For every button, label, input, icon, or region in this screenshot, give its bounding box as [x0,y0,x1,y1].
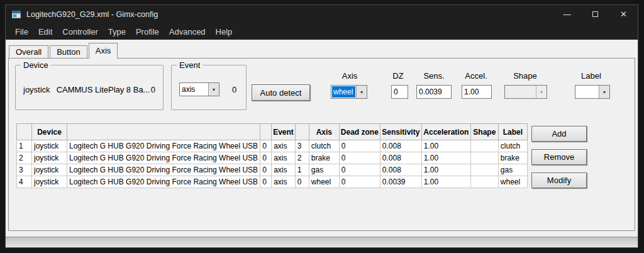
table-cell[interactable]: axis [272,152,296,164]
remove-button[interactable]: Remove [531,149,587,165]
table-cell[interactable]: axis [272,140,296,152]
menu-item-controller[interactable]: Controller [57,25,103,39]
table-cell[interactable]: 0 [260,140,272,152]
tab-axis[interactable]: Axis [89,43,118,59]
sens-input[interactable] [416,85,452,99]
column-header[interactable]: Label [498,124,527,140]
column-header[interactable]: Shape [470,124,498,140]
table-cell[interactable]: 0 [339,140,380,152]
axis-dropdown[interactable]: wheel ▼ [331,85,367,99]
table-cell[interactable]: Logitech G HUB G920 Driving Force Racing… [67,176,260,188]
table-cell[interactable]: 0 [260,152,272,164]
column-header[interactable] [17,124,32,140]
table-cell[interactable]: gas [309,164,339,176]
table-cell[interactable]: 0.008 [380,152,421,164]
table-cell[interactable]: wheel [309,176,339,188]
table-cell[interactable]: 0 [295,176,309,188]
chevron-down-icon[interactable]: ▼ [208,83,219,96]
column-header[interactable]: Axis [309,124,339,140]
add-button[interactable]: Add [531,126,587,142]
table-cell[interactable]: Logitech G HUB G920 Driving Force Racing… [67,152,260,164]
column-header[interactable] [260,124,272,140]
table-cell[interactable]: 0 [339,176,380,188]
maximize-button[interactable] [581,5,609,23]
table-cell[interactable]: 1.00 [421,152,470,164]
dz-input[interactable] [391,85,408,99]
table-cell[interactable]: 0.0039 [380,176,421,188]
column-header[interactable]: Dead zone [339,124,380,140]
table-row[interactable]: 1joystickLogitech G HUB G920 Driving For… [17,140,528,152]
shape-dropdown-value [506,86,535,98]
table-cell[interactable]: 0.008 [380,140,421,152]
table-cell[interactable]: Logitech G HUB G920 Driving Force Racing… [67,164,260,176]
label-dropdown[interactable]: ▼ [575,85,610,99]
modify-button[interactable]: Modify [531,172,587,188]
accel-input[interactable] [462,85,492,99]
chevron-down-icon[interactable]: ▼ [599,86,609,98]
table-cell[interactable]: 1 [295,164,309,176]
table-cell[interactable]: brake [498,152,527,164]
caption-buttons: — ✕ [553,5,638,23]
device-groupbox: Device joystick CAMMUS LitePlay 8 Ba... … [15,65,164,110]
table-cell[interactable]: 0 [260,164,272,176]
close-button[interactable]: ✕ [609,5,638,23]
column-header[interactable]: Sensitivity [380,124,421,140]
menu-item-edit[interactable]: Edit [33,25,57,39]
table-cell[interactable] [470,140,498,152]
table-cell[interactable] [470,164,498,176]
table-cell[interactable]: clutch [498,140,527,152]
title-bar[interactable]: LogitechG920_G29.xml - Gimx-config — ✕ [6,5,638,23]
table-cell[interactable]: 0.008 [380,164,421,176]
menu-item-file[interactable]: File [10,25,33,39]
app-window: LogitechG920_G29.xml - Gimx-config — ✕ F… [5,4,638,248]
chevron-down-icon[interactable]: ▼ [536,86,547,98]
minimize-button[interactable]: — [553,5,581,23]
table-cell[interactable]: joystick [32,152,67,164]
column-header[interactable]: Device [32,124,67,140]
table-cell[interactable]: joystick [32,176,67,188]
menu-item-advanced[interactable]: Advanced [164,25,211,39]
table-cell[interactable]: 0 [339,152,380,164]
table-row[interactable]: 2joystickLogitech G HUB G920 Driving For… [17,152,528,164]
table-cell[interactable]: 0 [339,164,380,176]
table-cell[interactable]: 1.00 [421,164,470,176]
mappings-table: DeviceEventAxisDead zoneSensitivityAccel… [16,123,528,188]
table-cell[interactable] [470,152,498,164]
column-header[interactable]: Acceleration [421,124,470,140]
table-cell[interactable]: clutch [309,140,339,152]
tab-button[interactable]: Button [50,45,87,58]
table-cell[interactable]: 1 [17,140,32,152]
table-cell[interactable]: gas [498,164,527,176]
table-cell[interactable]: joystick [32,140,67,152]
table-cell[interactable]: 4 [17,176,32,188]
table-cell[interactable]: axis [272,164,296,176]
column-header[interactable]: Event [272,124,296,140]
table-row[interactable]: 4joystickLogitech G HUB G920 Driving For… [17,176,528,188]
event-type-dropdown[interactable]: axis ▼ [179,82,219,96]
column-header[interactable] [67,124,260,140]
table-cell[interactable]: 2 [17,152,32,164]
menu-item-type[interactable]: Type [103,25,131,39]
table-cell[interactable]: 2 [295,152,309,164]
table-row[interactable]: 3joystickLogitech G HUB G920 Driving For… [17,164,528,176]
column-header[interactable] [295,124,309,140]
table-cell[interactable]: axis [272,176,296,188]
menu-item-help[interactable]: Help [211,25,238,39]
chevron-down-icon[interactable]: ▼ [356,86,367,98]
table-cell[interactable]: 1.00 [421,140,470,152]
auto-detect-button[interactable]: Auto detect [252,84,310,101]
shape-dropdown[interactable]: ▼ [504,85,547,99]
table-cell[interactable]: 3 [295,140,309,152]
table-cell[interactable]: wheel [498,176,527,188]
table-cell[interactable]: 3 [17,164,32,176]
table-body: 1joystickLogitech G HUB G920 Driving For… [17,140,528,188]
table-cell[interactable]: 1.00 [421,176,470,188]
table-cell[interactable]: Logitech G HUB G920 Driving Force Racing… [67,140,260,152]
table-cell[interactable]: 0 [260,176,272,188]
tab-overall[interactable]: Overall [9,45,48,58]
sens-column-label: Sens. [423,71,444,81]
table-cell[interactable] [470,176,498,188]
table-cell[interactable]: joystick [32,164,67,176]
table-cell[interactable]: brake [309,152,339,164]
menu-item-profile[interactable]: Profile [131,25,164,39]
